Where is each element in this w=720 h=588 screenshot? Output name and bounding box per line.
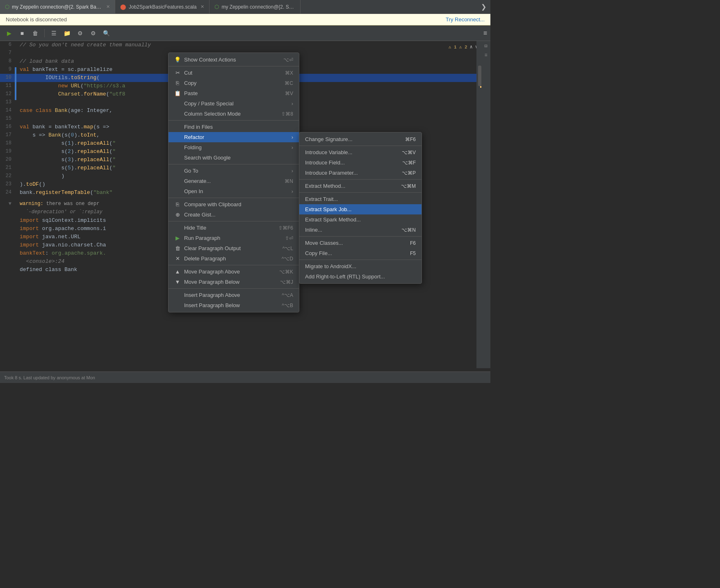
clear-output-icon: 🗑 xyxy=(174,245,181,251)
list-button[interactable]: ☰ xyxy=(48,27,59,39)
submenu-shortcut-inline: ⌥⌘N xyxy=(401,227,416,233)
submenu-extract-trait[interactable]: Extract Trait... xyxy=(299,194,422,204)
menu-paste[interactable]: 📋 Paste ⌘V xyxy=(169,88,299,98)
menu-create-gist[interactable]: ⊕ Create Gist... xyxy=(169,210,299,220)
toolbar-menu-button[interactable]: ≡ xyxy=(483,30,487,37)
menu-label-open-in: Open In xyxy=(184,188,203,194)
folder-button[interactable]: 📁 xyxy=(61,27,73,39)
submenu-label-rtl-support: Add Right-to-Left (RTL) Support... xyxy=(305,273,385,280)
delete-button[interactable]: 🗑 xyxy=(30,27,41,39)
submenu-extract-spark-method[interactable]: Extract Spark Method... xyxy=(299,214,422,225)
menu-shortcut-paste: ⌘V xyxy=(285,91,293,96)
refactor-submenu: Change Signature... ⌘F6 Introduce Variab… xyxy=(299,132,422,284)
side-icon-2[interactable]: ≡ xyxy=(482,52,490,59)
menu-insert-above[interactable]: Insert Paragraph Above ^⌥A xyxy=(169,290,299,300)
submenu-sep-5 xyxy=(299,260,422,260)
submenu-intro-param[interactable]: Introduce Parameter... ⌥⌘P xyxy=(299,168,422,178)
menu-shortcut-hide-title: ⇧⌘F6 xyxy=(278,225,293,231)
submenu-extract-method[interactable]: Extract Method... ⌥⌘M xyxy=(299,181,422,191)
submenu-shortcut-move-classes: F6 xyxy=(410,240,416,246)
menu-compare-clipboard[interactable]: ⎘ Compare with Clipboard xyxy=(169,199,299,210)
menu-label-insert-below: Insert Paragraph Below xyxy=(184,302,240,308)
submenu-inline[interactable]: Inline... ⌥⌘N xyxy=(299,225,422,235)
reconnect-link[interactable]: Try Reconnect... xyxy=(446,16,485,23)
menu-goto[interactable]: Go To › xyxy=(169,166,299,176)
menu-show-context[interactable]: 💡 Show Context Actions ⌥⏎ xyxy=(169,55,299,65)
menu-label-clear-output: Clear Paragraph Output xyxy=(184,245,241,251)
tab-scala-icon: ⬤ xyxy=(120,4,126,10)
side-icon-1[interactable]: ⊟ xyxy=(482,43,490,50)
toolbar: ▶ ■ 🗑 ☰ 📁 ⚙ ⚙ 🔍 ≡ xyxy=(0,25,490,41)
arrow-icon-goto: › xyxy=(292,168,293,174)
collapse-btn[interactable]: ∧ xyxy=(470,43,473,51)
menu-hide-title[interactable]: Hide Title ⇧⌘F6 xyxy=(169,223,299,233)
menu-label-goto: Go To xyxy=(184,168,198,174)
tab-label-3: my Zeppelin connection@{2. Spark Basic F… xyxy=(221,4,295,10)
submenu-intro-field[interactable]: Introduce Field... ⌥⌘F xyxy=(299,157,422,168)
submenu-migrate-androidx[interactable]: Migrate to AndroidX... xyxy=(299,261,422,271)
menu-cut[interactable]: ✂ Cut ⌘X xyxy=(169,68,299,78)
paste-icon: 📋 xyxy=(174,90,181,96)
submenu-move-classes[interactable]: Move Classes... F6 xyxy=(299,238,422,248)
menu-sep-2 xyxy=(169,120,299,121)
menu-move-below[interactable]: ▼ Move Paragraph Below ⌥⌘J xyxy=(169,277,299,287)
menu-shortcut-cut: ⌘X xyxy=(285,70,293,76)
menu-generate[interactable]: Generate... ⌘N xyxy=(169,176,299,186)
submenu-shortcut-intro-variable: ⌥⌘V xyxy=(402,150,416,155)
tab-label-1: my Zeppelin connection@{2. Spark Basic F… xyxy=(12,4,102,10)
code-line-6: 6 // So you don't need create them manua… xyxy=(0,41,490,49)
menu-column-selection[interactable]: Column Selection Mode ⇧⌘8 xyxy=(169,109,299,119)
menu-sep-5 xyxy=(169,221,299,221)
menu-sep-4 xyxy=(169,198,299,198)
menu-sep-3 xyxy=(169,164,299,164)
submenu-extract-spark-job[interactable]: Extract Spark Job... xyxy=(299,204,422,214)
menu-copy[interactable]: ⎘ Copy ⌘C xyxy=(169,78,299,88)
menu-move-above[interactable]: ▲ Move Paragraph Above ⌥⌘K xyxy=(169,267,299,277)
submenu-rtl-support[interactable]: Add Right-to-Left (RTL) Support... xyxy=(299,271,422,282)
menu-label-generate: Generate... xyxy=(184,178,211,184)
menu-refactor[interactable]: Refactor › Change Signature... ⌘F6 Intro… xyxy=(169,132,299,142)
toolbar-sep-1 xyxy=(44,29,45,37)
menu-label-run-paragraph: Run Paragraph xyxy=(184,235,220,241)
run-button[interactable]: ▶ xyxy=(3,27,15,39)
notification-bar: Notebook is disconnected Try Reconnect..… xyxy=(0,14,490,25)
tab-scala[interactable]: ⬤ Job2SparkBasicFeatures.scala ✕ xyxy=(115,0,210,14)
menu-run-paragraph[interactable]: ▶ Run Paragraph ⇧⏎ xyxy=(169,233,299,243)
menu-search-google[interactable]: Search with Google xyxy=(169,153,299,163)
tab-zeppelin-2[interactable]: ⬡ my Zeppelin connection@{2. Spark Basic… xyxy=(210,0,301,14)
menu-label-hide-title: Hide Title xyxy=(184,225,206,231)
submenu-intro-variable[interactable]: Introduce Variable... ⌥⌘V xyxy=(299,147,422,157)
arrow-icon-copy-paste: › xyxy=(292,100,293,107)
tab-close-1[interactable]: ✕ xyxy=(106,4,110,9)
menu-label-copy: Copy xyxy=(184,80,196,86)
menu-sep-1 xyxy=(169,66,299,66)
tab-close-2[interactable]: ✕ xyxy=(201,4,204,9)
scroll-thumb[interactable] xyxy=(478,66,481,86)
menu-open-in[interactable]: Open In › xyxy=(169,186,299,196)
stop-button[interactable]: ■ xyxy=(16,27,28,39)
tab-overflow[interactable]: ❯ xyxy=(477,3,490,11)
submenu-label-intro-field: Introduce Field... xyxy=(305,160,345,166)
submenu-change-signature[interactable]: Change Signature... ⌘F6 xyxy=(299,134,422,144)
submenu-copy-file[interactable]: Copy File... F5 xyxy=(299,248,422,258)
gist-icon: ⊕ xyxy=(174,212,181,218)
menu-insert-below[interactable]: Insert Paragraph Below ^⌥B xyxy=(169,300,299,310)
menu-delete-paragraph[interactable]: ✕ Delete Paragraph ^⌥D xyxy=(169,253,299,264)
tab-zeppelin-1[interactable]: ⬡ my Zeppelin connection@{2. Spark Basic… xyxy=(0,0,115,14)
tab-label-2: Job2SparkBasicFeatures.scala xyxy=(129,4,196,10)
tab-bar: ⬡ my Zeppelin connection@{2. Spark Basic… xyxy=(0,0,490,14)
gear-button[interactable]: ⚙ xyxy=(87,27,99,39)
menu-label-column-selection: Column Selection Mode xyxy=(184,111,241,117)
menu-find-in-files[interactable]: Find in Files xyxy=(169,122,299,132)
menu-folding[interactable]: Folding › xyxy=(169,142,299,153)
menu-copy-paste-special[interactable]: Copy / Paste Special › xyxy=(169,98,299,109)
search-button[interactable]: 🔍 xyxy=(100,27,112,39)
warning-badge-2: ⚠ 2 xyxy=(459,44,467,51)
lightbulb-icon: 💡 xyxy=(174,57,181,63)
menu-clear-output[interactable]: 🗑 Clear Paragraph Output ^⌥L xyxy=(169,243,299,253)
submenu-shortcut-copy-file: F5 xyxy=(410,251,416,256)
menu-label-delete-paragraph: Delete Paragraph xyxy=(184,255,226,262)
warning-badge-1: ⚠ 1 xyxy=(449,44,457,51)
menu-label-find-in-files: Find in Files xyxy=(184,124,213,130)
settings-sliders-button[interactable]: ⚙ xyxy=(74,27,86,39)
